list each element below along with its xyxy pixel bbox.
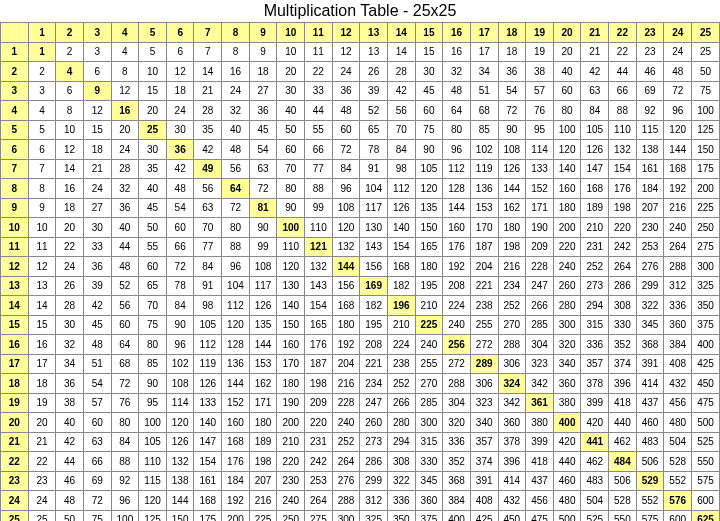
cell: 126 xyxy=(194,374,222,394)
cell: 552 xyxy=(664,471,692,491)
cell: 225 xyxy=(415,315,443,335)
cell: 135 xyxy=(415,198,443,218)
cell: 64 xyxy=(222,179,250,199)
cell: 36 xyxy=(498,62,526,82)
row-header: 24 xyxy=(1,491,29,511)
cell: 90 xyxy=(498,120,526,140)
cell: 30 xyxy=(415,62,443,82)
cell: 24 xyxy=(166,101,194,121)
cell: 288 xyxy=(664,257,692,277)
col-header: 24 xyxy=(664,23,692,43)
cell: 273 xyxy=(581,276,609,296)
cell: 102 xyxy=(166,354,194,374)
cell: 192 xyxy=(332,335,360,355)
cell: 77 xyxy=(305,159,333,179)
cell: 180 xyxy=(498,218,526,238)
cell: 450 xyxy=(692,374,720,394)
cell: 140 xyxy=(194,413,222,433)
cell: 312 xyxy=(664,276,692,296)
cell: 255 xyxy=(470,315,498,335)
cell: 168 xyxy=(581,179,609,199)
cell: 408 xyxy=(470,491,498,511)
cell: 16 xyxy=(222,62,250,82)
cell: 360 xyxy=(664,315,692,335)
cell: 69 xyxy=(636,81,664,101)
cell: 91 xyxy=(194,276,222,296)
cell: 60 xyxy=(83,413,111,433)
col-header: 20 xyxy=(553,23,581,43)
cell: 130 xyxy=(360,218,388,238)
cell: 144 xyxy=(222,374,250,394)
cell: 320 xyxy=(443,413,471,433)
cell: 34 xyxy=(56,354,84,374)
row-header: 6 xyxy=(1,140,29,160)
cell: 528 xyxy=(664,452,692,472)
cell: 224 xyxy=(443,296,471,316)
cell: 66 xyxy=(83,452,111,472)
cell: 247 xyxy=(526,276,554,296)
cell: 5 xyxy=(139,42,167,62)
cell: 99 xyxy=(305,198,333,218)
cell: 322 xyxy=(387,471,415,491)
cell: 3 xyxy=(28,81,56,101)
cell: 36 xyxy=(249,101,277,121)
cell: 176 xyxy=(222,452,250,472)
cell: 441 xyxy=(581,432,609,452)
cell: 221 xyxy=(470,276,498,296)
cell: 336 xyxy=(443,432,471,452)
cell: 440 xyxy=(553,452,581,472)
cell: 140 xyxy=(553,159,581,179)
cell: 456 xyxy=(526,491,554,511)
cell: 325 xyxy=(692,276,720,296)
cell: 136 xyxy=(470,179,498,199)
cell: 432 xyxy=(498,491,526,511)
cell: 42 xyxy=(56,432,84,452)
cell: 16 xyxy=(443,42,471,62)
cell: 280 xyxy=(553,296,581,316)
cell: 17 xyxy=(28,354,56,374)
cell: 9 xyxy=(28,198,56,218)
cell: 132 xyxy=(332,237,360,257)
cell: 22 xyxy=(56,237,84,257)
cell: 220 xyxy=(305,413,333,433)
cell: 112 xyxy=(443,159,471,179)
cell: 228 xyxy=(332,393,360,413)
cell: 144 xyxy=(332,257,360,277)
cell: 180 xyxy=(553,198,581,218)
cell: 30 xyxy=(139,140,167,160)
cell: 550 xyxy=(609,510,637,521)
cell: 81 xyxy=(249,198,277,218)
cell: 460 xyxy=(636,413,664,433)
cell: 80 xyxy=(139,335,167,355)
cell: 60 xyxy=(166,218,194,238)
cell: 120 xyxy=(332,218,360,238)
cell: 54 xyxy=(498,81,526,101)
cell: 72 xyxy=(222,198,250,218)
cell: 38 xyxy=(526,62,554,82)
cell: 425 xyxy=(470,510,498,521)
cell: 15 xyxy=(83,120,111,140)
cell: 28 xyxy=(387,62,415,82)
cell: 125 xyxy=(139,510,167,521)
cell: 144 xyxy=(498,179,526,199)
cell: 100 xyxy=(553,120,581,140)
cell: 32 xyxy=(56,335,84,355)
cell: 16 xyxy=(56,179,84,199)
cell: 252 xyxy=(332,432,360,452)
cell: 132 xyxy=(609,140,637,160)
cell: 414 xyxy=(498,471,526,491)
col-header: 8 xyxy=(222,23,250,43)
cell: 84 xyxy=(111,432,139,452)
cell: 18 xyxy=(166,81,194,101)
cell: 160 xyxy=(222,413,250,433)
cell: 104 xyxy=(222,276,250,296)
cell: 323 xyxy=(470,393,498,413)
cell: 42 xyxy=(83,296,111,316)
cell: 48 xyxy=(664,62,692,82)
cell: 20 xyxy=(277,62,305,82)
cell: 378 xyxy=(498,432,526,452)
cell: 60 xyxy=(277,140,305,160)
col-header: 16 xyxy=(443,23,471,43)
cell: 400 xyxy=(443,510,471,521)
cell: 576 xyxy=(664,491,692,511)
